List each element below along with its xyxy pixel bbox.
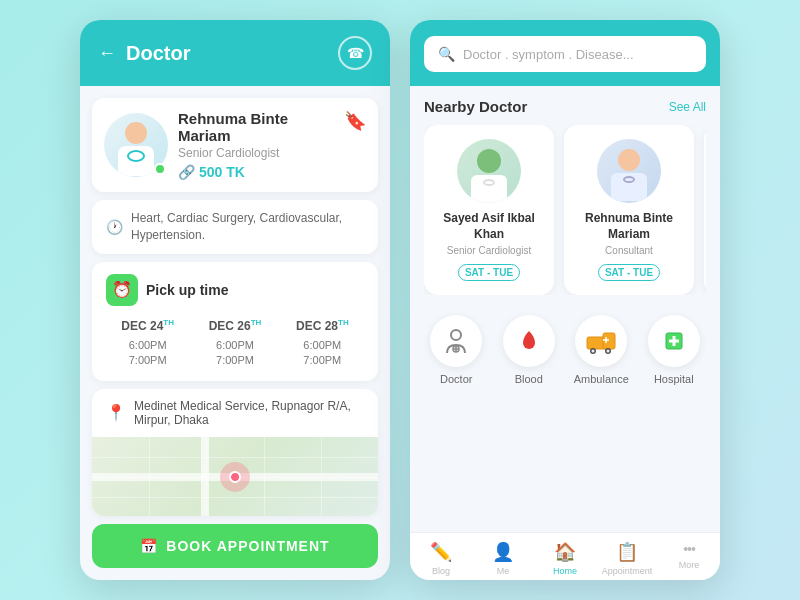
service-doctor[interactable]: Doctor — [424, 315, 489, 385]
avatar — [104, 113, 168, 177]
doctor-avatar-1 — [457, 139, 521, 203]
blog-icon: ✏️ — [430, 541, 452, 563]
book-appointment-button[interactable]: 📅 BOOK APPOINTMENT — [92, 524, 378, 568]
svg-rect-5 — [603, 333, 615, 349]
svg-point-9 — [607, 350, 610, 353]
search-bar[interactable]: 🔍 Doctor . symptom . Disease... — [424, 36, 706, 72]
nav-more[interactable]: ••• More — [658, 541, 720, 576]
clock-icon: 🕐 — [106, 219, 123, 235]
back-arrow-icon[interactable]: ← — [98, 43, 116, 64]
nearby-header: Nearby Doctor See All — [424, 98, 706, 115]
nearby-title: Nearby Doctor — [424, 98, 527, 115]
doctor-fee: 🔗 500 TK — [178, 164, 334, 180]
doctor-card: Rehnuma Binte Mariam Senior Cardiologist… — [92, 98, 378, 192]
service-ambulance[interactable]: Ambulance — [569, 315, 634, 385]
calendar-icon: 📅 — [140, 538, 158, 554]
bookmark-icon[interactable]: 🔖 — [344, 110, 366, 132]
nearby-doctor-specialty-2: Consultant — [576, 245, 682, 256]
online-indicator — [154, 163, 166, 175]
nav-blog[interactable]: ✏️ Blog — [410, 541, 472, 576]
time-column-1: DEC 24TH 6:00PM 7:00PM — [106, 318, 189, 369]
see-all-button[interactable]: See All — [669, 100, 706, 114]
svg-point-7 — [592, 350, 595, 353]
phone-icon: ☎ — [347, 45, 364, 61]
doctor-avatar-2 — [597, 139, 661, 203]
doctor-specialty: Senior Cardiologist — [178, 146, 334, 160]
search-icon: 🔍 — [438, 46, 455, 62]
hospital-service-icon — [648, 315, 700, 367]
hospital-service-label: Hospital — [654, 373, 694, 385]
link-icon: 🔗 — [178, 164, 195, 180]
search-placeholder: Doctor . symptom . Disease... — [463, 47, 634, 62]
doctor-service-label: Doctor — [440, 373, 472, 385]
specialties-card: 🕐 Heart, Cardiac Surgery, Cardiovascular… — [92, 200, 378, 254]
service-blood[interactable]: Blood — [497, 315, 562, 385]
nearby-section: Nearby Doctor See All Sayed Asif Ikbal K — [410, 86, 720, 303]
service-hospital[interactable]: Hospital — [642, 315, 707, 385]
right-header: 🔍 Doctor . symptom . Disease... — [410, 20, 720, 86]
right-screen: 🔍 Doctor . symptom . Disease... Nearby D… — [410, 20, 720, 580]
nearby-doctor-name-2: Rehnuma Binte Mariam — [576, 211, 682, 242]
nav-blog-label: Blog — [432, 566, 450, 576]
nav-me-label: Me — [497, 566, 510, 576]
map-area[interactable] — [92, 437, 378, 516]
doctor-info: Rehnuma Binte Mariam Senior Cardiologist… — [178, 110, 334, 180]
me-icon: 👤 — [492, 541, 514, 563]
nearby-doctor-card-1[interactable]: Sayed Asif Ikbal Khan Senior Cardiologis… — [424, 125, 554, 295]
more-icon: ••• — [683, 541, 695, 557]
ambulance-service-label: Ambulance — [574, 373, 629, 385]
blood-service-label: Blood — [515, 373, 543, 385]
pickup-icon: ⏰ — [106, 274, 138, 306]
services-section: Doctor Blood — [410, 303, 720, 397]
nav-appointment-label: Appointment — [602, 566, 653, 576]
page-title: Doctor — [126, 42, 190, 65]
phone-button[interactable]: ☎ — [338, 36, 372, 70]
location-text: Medinet Medical Service, Rupnagor R/A, M… — [134, 399, 364, 427]
nav-more-label: More — [679, 560, 700, 570]
nearby-doctor-card-3: A Se — [704, 125, 706, 295]
appointment-icon: 📋 — [616, 541, 638, 563]
time-column-2: DEC 26TH 6:00PM 7:00PM — [193, 318, 276, 369]
doctor-service-icon — [430, 315, 482, 367]
left-screen: ← Doctor ☎ Rehnuma Binte Mariam Sen — [80, 20, 390, 580]
pickup-card: ⏰ Pick up time DEC 24TH 6:00PM 7:00PM DE… — [92, 262, 378, 381]
bottom-nav: ✏️ Blog 👤 Me 🏠 Home 📋 Appointment ••• Mo… — [410, 532, 720, 580]
time-grid: DEC 24TH 6:00PM 7:00PM DEC 26TH 6:00PM 7… — [106, 318, 364, 369]
location-pin-icon: 📍 — [106, 403, 126, 422]
nav-home[interactable]: 🏠 Home — [534, 541, 596, 576]
nav-me[interactable]: 👤 Me — [472, 541, 534, 576]
specialties-text: Heart, Cardiac Surgery, Cardiovascular, … — [131, 210, 364, 244]
blood-service-icon — [503, 315, 555, 367]
ambulance-service-icon — [575, 315, 627, 367]
home-icon: 🏠 — [554, 541, 576, 563]
pickup-title: Pick up time — [146, 282, 228, 298]
nav-home-label: Home — [553, 566, 577, 576]
nearby-doctor-card-2[interactable]: Rehnuma Binte Mariam Consultant SAT - TU… — [564, 125, 694, 295]
time-column-3: DEC 28TH 6:00PM 7:00PM — [281, 318, 364, 369]
nearby-doctor-schedule-2: SAT - TUE — [598, 264, 660, 281]
nearby-doctor-specialty-1: Senior Cardiologist — [436, 245, 542, 256]
nearby-doctor-name-1: Sayed Asif Ikbal Khan — [436, 211, 542, 242]
doctor-name: Rehnuma Binte Mariam — [178, 110, 334, 144]
location-card: 📍 Medinet Medical Service, Rupnagor R/A,… — [92, 389, 378, 516]
nav-appointment[interactable]: 📋 Appointment — [596, 541, 658, 576]
nearby-doctor-schedule-1: SAT - TUE — [458, 264, 520, 281]
svg-point-0 — [451, 330, 461, 340]
left-header: ← Doctor ☎ — [80, 20, 390, 86]
doctors-scroll: Sayed Asif Ikbal Khan Senior Cardiologis… — [424, 125, 706, 295]
